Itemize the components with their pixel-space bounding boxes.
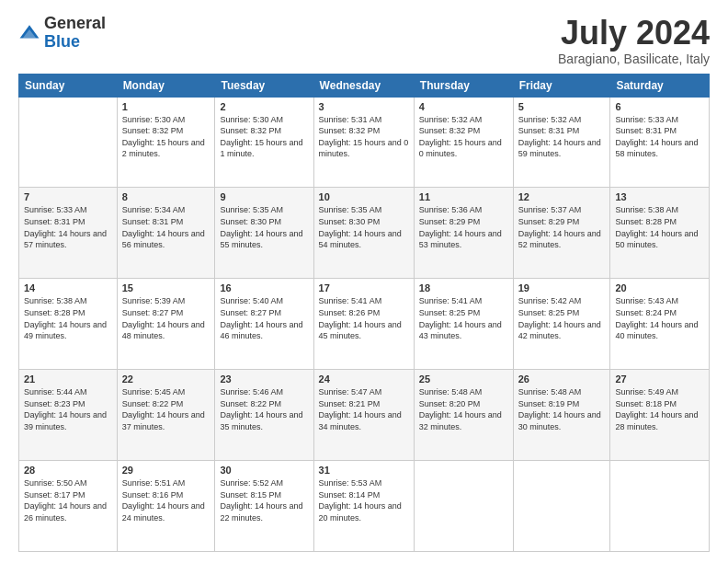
week-row-5: 28Sunrise: 5:50 AM Sunset: 8:17 PM Dayli… bbox=[19, 461, 710, 552]
day-number: 16 bbox=[220, 282, 308, 293]
day-info: Sunrise: 5:35 AM Sunset: 8:30 PM Dayligh… bbox=[319, 204, 409, 250]
day-info: Sunrise: 5:38 AM Sunset: 8:28 PM Dayligh… bbox=[615, 204, 704, 250]
day-number: 25 bbox=[419, 373, 508, 385]
calendar-cell: 26Sunrise: 5:48 AM Sunset: 8:19 PM Dayli… bbox=[513, 370, 610, 461]
day-info: Sunrise: 5:42 AM Sunset: 8:25 PM Dayligh… bbox=[518, 295, 606, 341]
title-block: July 2024 Baragiano, Basilicate, Italy bbox=[558, 15, 710, 66]
day-number: 13 bbox=[615, 191, 704, 202]
day-number: 4 bbox=[419, 101, 508, 112]
header-day-saturday: Saturday bbox=[610, 74, 710, 97]
day-info: Sunrise: 5:51 AM Sunset: 8:16 PM Dayligh… bbox=[122, 477, 210, 523]
logo-blue: Blue bbox=[44, 33, 106, 52]
day-number: 17 bbox=[319, 282, 409, 293]
header: General Blue July 2024 Baragiano, Basili… bbox=[18, 15, 710, 66]
calendar-cell: 18Sunrise: 5:41 AM Sunset: 8:25 PM Dayli… bbox=[414, 279, 513, 370]
month-title: July 2024 bbox=[558, 15, 710, 52]
calendar-cell: 8Sunrise: 5:34 AM Sunset: 8:31 PM Daylig… bbox=[117, 188, 215, 279]
day-info: Sunrise: 5:32 AM Sunset: 8:31 PM Dayligh… bbox=[518, 114, 606, 160]
day-info: Sunrise: 5:37 AM Sunset: 8:29 PM Dayligh… bbox=[518, 204, 606, 250]
calendar-cell: 31Sunrise: 5:53 AM Sunset: 8:14 PM Dayli… bbox=[313, 461, 414, 552]
calendar-cell: 29Sunrise: 5:51 AM Sunset: 8:16 PM Dayli… bbox=[117, 461, 215, 552]
calendar-cell bbox=[19, 97, 118, 188]
day-number: 2 bbox=[220, 101, 308, 112]
day-number: 23 bbox=[220, 373, 308, 385]
calendar-cell: 13Sunrise: 5:38 AM Sunset: 8:28 PM Dayli… bbox=[610, 188, 710, 279]
day-number: 29 bbox=[122, 465, 210, 476]
calendar-cell: 16Sunrise: 5:40 AM Sunset: 8:27 PM Dayli… bbox=[215, 279, 313, 370]
calendar-table: SundayMondayTuesdayWednesdayThursdayFrid… bbox=[18, 74, 710, 552]
day-info: Sunrise: 5:40 AM Sunset: 8:27 PM Dayligh… bbox=[220, 295, 308, 341]
day-number: 31 bbox=[319, 465, 409, 476]
calendar-cell: 23Sunrise: 5:46 AM Sunset: 8:22 PM Dayli… bbox=[215, 370, 313, 461]
day-number: 10 bbox=[319, 191, 409, 202]
calendar-cell bbox=[414, 461, 513, 552]
day-info: Sunrise: 5:41 AM Sunset: 8:25 PM Dayligh… bbox=[419, 295, 508, 341]
day-info: Sunrise: 5:30 AM Sunset: 8:32 PM Dayligh… bbox=[122, 114, 210, 160]
calendar-cell: 14Sunrise: 5:38 AM Sunset: 8:28 PM Dayli… bbox=[19, 279, 118, 370]
header-day-sunday: Sunday bbox=[19, 74, 118, 97]
week-row-1: 1Sunrise: 5:30 AM Sunset: 8:32 PM Daylig… bbox=[19, 97, 710, 188]
day-info: Sunrise: 5:45 AM Sunset: 8:22 PM Dayligh… bbox=[122, 386, 210, 432]
day-number: 1 bbox=[122, 101, 210, 112]
calendar-cell: 3Sunrise: 5:31 AM Sunset: 8:32 PM Daylig… bbox=[313, 97, 414, 188]
day-number: 14 bbox=[24, 282, 112, 293]
day-number: 22 bbox=[122, 373, 210, 385]
calendar-cell: 19Sunrise: 5:42 AM Sunset: 8:25 PM Dayli… bbox=[513, 279, 610, 370]
calendar-cell: 2Sunrise: 5:30 AM Sunset: 8:32 PM Daylig… bbox=[215, 97, 313, 188]
day-info: Sunrise: 5:48 AM Sunset: 8:19 PM Dayligh… bbox=[518, 386, 606, 432]
logo: General Blue bbox=[18, 15, 106, 52]
calendar-cell bbox=[513, 461, 610, 552]
day-number: 30 bbox=[220, 465, 308, 476]
week-row-4: 21Sunrise: 5:44 AM Sunset: 8:23 PM Dayli… bbox=[19, 370, 710, 461]
day-info: Sunrise: 5:39 AM Sunset: 8:27 PM Dayligh… bbox=[122, 295, 210, 341]
calendar-cell: 7Sunrise: 5:33 AM Sunset: 8:31 PM Daylig… bbox=[19, 188, 118, 279]
calendar-cell: 5Sunrise: 5:32 AM Sunset: 8:31 PM Daylig… bbox=[513, 97, 610, 188]
calendar-cell: 10Sunrise: 5:35 AM Sunset: 8:30 PM Dayli… bbox=[313, 188, 414, 279]
day-info: Sunrise: 5:30 AM Sunset: 8:32 PM Dayligh… bbox=[220, 114, 308, 160]
day-number: 24 bbox=[319, 373, 409, 385]
day-number: 5 bbox=[518, 101, 606, 112]
day-number: 6 bbox=[615, 101, 704, 112]
day-number: 11 bbox=[419, 191, 508, 202]
logo-icon bbox=[18, 22, 40, 44]
day-info: Sunrise: 5:36 AM Sunset: 8:29 PM Dayligh… bbox=[419, 204, 508, 250]
header-row: SundayMondayTuesdayWednesdayThursdayFrid… bbox=[19, 74, 710, 97]
day-number: 20 bbox=[615, 282, 704, 293]
page: General Blue July 2024 Baragiano, Basili… bbox=[0, 0, 728, 563]
day-number: 12 bbox=[518, 191, 606, 202]
day-info: Sunrise: 5:49 AM Sunset: 8:18 PM Dayligh… bbox=[615, 386, 704, 432]
week-row-2: 7Sunrise: 5:33 AM Sunset: 8:31 PM Daylig… bbox=[19, 188, 710, 279]
day-info: Sunrise: 5:52 AM Sunset: 8:15 PM Dayligh… bbox=[220, 477, 308, 523]
week-row-3: 14Sunrise: 5:38 AM Sunset: 8:28 PM Dayli… bbox=[19, 279, 710, 370]
day-number: 3 bbox=[319, 101, 409, 112]
day-number: 18 bbox=[419, 282, 508, 293]
day-info: Sunrise: 5:48 AM Sunset: 8:20 PM Dayligh… bbox=[419, 386, 508, 432]
calendar-cell: 25Sunrise: 5:48 AM Sunset: 8:20 PM Dayli… bbox=[414, 370, 513, 461]
day-number: 27 bbox=[615, 373, 704, 385]
header-day-monday: Monday bbox=[117, 74, 215, 97]
calendar-cell: 22Sunrise: 5:45 AM Sunset: 8:22 PM Dayli… bbox=[117, 370, 215, 461]
calendar-cell: 24Sunrise: 5:47 AM Sunset: 8:21 PM Dayli… bbox=[313, 370, 414, 461]
day-info: Sunrise: 5:38 AM Sunset: 8:28 PM Dayligh… bbox=[24, 295, 112, 341]
day-info: Sunrise: 5:47 AM Sunset: 8:21 PM Dayligh… bbox=[319, 386, 409, 432]
header-day-tuesday: Tuesday bbox=[215, 74, 313, 97]
day-number: 26 bbox=[518, 373, 606, 385]
day-number: 21 bbox=[24, 373, 112, 385]
calendar-cell: 9Sunrise: 5:35 AM Sunset: 8:30 PM Daylig… bbox=[215, 188, 313, 279]
day-number: 19 bbox=[518, 282, 606, 293]
header-day-wednesday: Wednesday bbox=[313, 74, 414, 97]
day-info: Sunrise: 5:44 AM Sunset: 8:23 PM Dayligh… bbox=[24, 386, 112, 432]
day-info: Sunrise: 5:32 AM Sunset: 8:32 PM Dayligh… bbox=[419, 114, 508, 160]
logo-general: General bbox=[44, 15, 106, 33]
calendar-cell: 4Sunrise: 5:32 AM Sunset: 8:32 PM Daylig… bbox=[414, 97, 513, 188]
day-number: 7 bbox=[24, 191, 112, 202]
day-info: Sunrise: 5:43 AM Sunset: 8:24 PM Dayligh… bbox=[615, 295, 704, 341]
header-day-friday: Friday bbox=[513, 74, 610, 97]
calendar-cell: 20Sunrise: 5:43 AM Sunset: 8:24 PM Dayli… bbox=[610, 279, 710, 370]
day-number: 8 bbox=[122, 191, 210, 202]
calendar-cell: 15Sunrise: 5:39 AM Sunset: 8:27 PM Dayli… bbox=[117, 279, 215, 370]
calendar-cell: 11Sunrise: 5:36 AM Sunset: 8:29 PM Dayli… bbox=[414, 188, 513, 279]
day-info: Sunrise: 5:41 AM Sunset: 8:26 PM Dayligh… bbox=[319, 295, 409, 341]
day-number: 9 bbox=[220, 191, 308, 202]
logo-text: General Blue bbox=[44, 15, 106, 52]
